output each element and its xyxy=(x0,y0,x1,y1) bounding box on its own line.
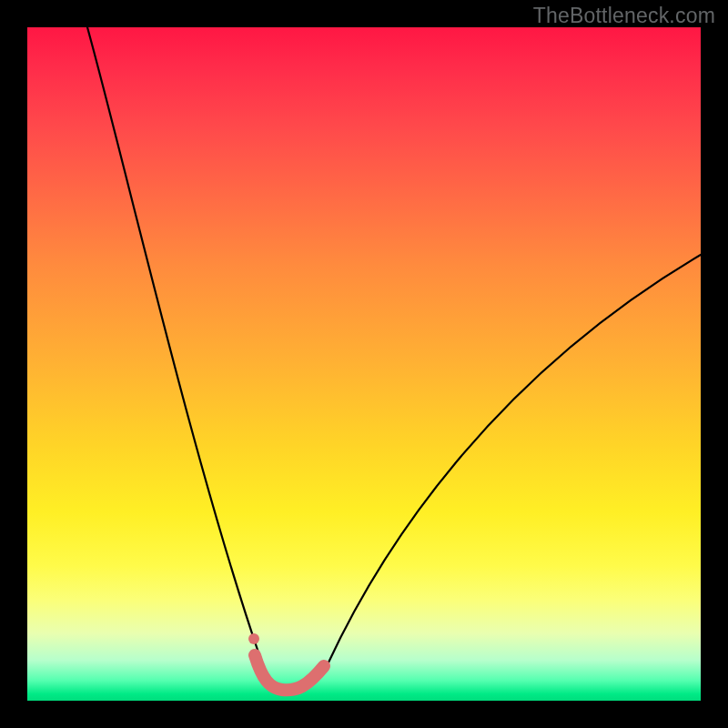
curve-svg xyxy=(27,27,701,701)
watermark-text: TheBottleneck.com xyxy=(533,4,715,28)
chart-frame: TheBottleneck.com xyxy=(0,0,728,728)
plot-area xyxy=(27,27,701,701)
valley-highlight xyxy=(255,655,324,690)
bottleneck-curve xyxy=(87,27,701,691)
highlight-dot-icon xyxy=(248,633,259,644)
